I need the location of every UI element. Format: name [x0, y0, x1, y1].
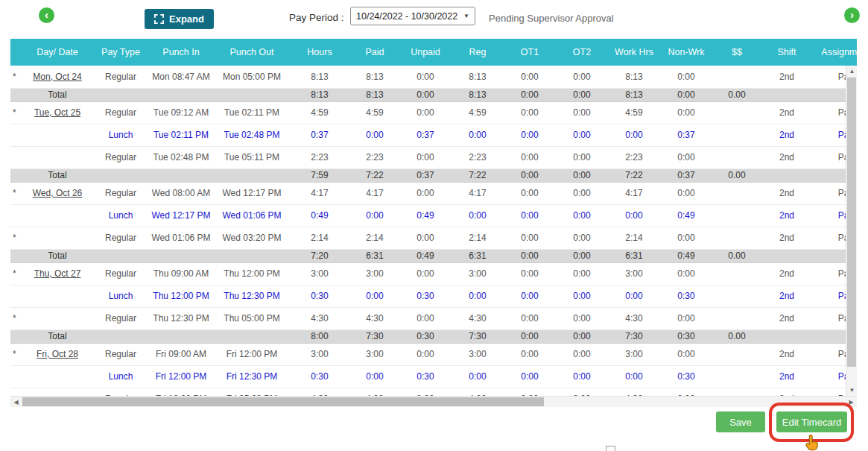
cell-reg: 8:13 — [452, 66, 504, 88]
next-period-button[interactable]: › — [844, 7, 860, 23]
cell-day — [21, 227, 94, 249]
column-header: $$ — [712, 39, 761, 66]
total-row: Total7:206:310:496:310:000:006:310:490.0… — [10, 249, 857, 262]
expand-label: Expand — [169, 13, 204, 25]
cell-star: * — [10, 182, 21, 204]
cell-star — [10, 365, 21, 388]
cell-paid: 4:17 — [350, 182, 399, 204]
cell-reg: 0:00 — [452, 365, 504, 388]
cell-paid: 2:14 — [350, 227, 399, 249]
cell-dollars — [712, 365, 761, 388]
cell-star — [10, 285, 21, 307]
cell-tin — [148, 329, 215, 343]
cell-ot1: 0:00 — [504, 343, 556, 365]
cell-nonwrk: 0:00 — [660, 146, 712, 168]
table-row: *RegularThu 12:30 PMThu 05:00 PM4:304:30… — [10, 307, 857, 329]
cell-dollars — [712, 262, 761, 285]
cell-hours: 8:13 — [289, 66, 350, 88]
cell-tout: Thu 12:30 PM — [215, 285, 289, 307]
partial-checkbox[interactable] — [606, 446, 615, 451]
cell-ot2: 0:00 — [556, 365, 608, 388]
cell-unpaid: 0:00 — [399, 146, 452, 168]
cell-star — [10, 249, 21, 262]
cell-tout: Thu 05:00 PM — [215, 307, 289, 329]
cell-star: * — [10, 227, 21, 249]
cell-dollars — [712, 101, 761, 124]
cell-tout: Fri 12:30 PM — [215, 365, 289, 388]
cell-ot1: 0:00 — [504, 262, 556, 285]
vertical-scrollbar[interactable]: ▲ ▼ — [846, 66, 857, 396]
cell-tin: Wed 12:17 PM — [148, 204, 215, 227]
horizontal-scrollbar[interactable]: ◀ ▶ — [10, 396, 857, 407]
cell-work: 0:00 — [608, 365, 660, 388]
day-date-link[interactable]: Mon, Oct 24 — [33, 72, 81, 82]
cell-tin: Fri 12:00 PM — [148, 365, 215, 388]
cell-tin: Tue 02:48 PM — [148, 146, 215, 168]
cell-day: Tue, Oct 25 — [21, 101, 94, 124]
cell-tin: Wed 08:00 AM — [148, 182, 215, 204]
cell-tout: Tue 02:11 PM — [215, 101, 289, 124]
cell-shift: 2nd — [761, 227, 812, 249]
cell-hours: 8:13 — [289, 88, 350, 101]
day-date-link[interactable]: Wed, Oct 26 — [33, 188, 82, 198]
cell-ot1: 0:00 — [504, 285, 556, 307]
cell-star — [10, 168, 21, 182]
column-header: Punch Out — [215, 39, 289, 66]
pay-period-dropdown[interactable]: 10/24/2022 - 10/30/2022 ▼ — [350, 7, 475, 25]
cell-work: 2:23 — [608, 146, 660, 168]
cell-nonwrk: 0:30 — [660, 365, 712, 388]
cell-paid: 7:30 — [350, 329, 399, 343]
edit-timecard-button[interactable]: Edit Timecard — [776, 411, 847, 432]
day-date-link[interactable]: Fri, Oct 28 — [37, 349, 78, 359]
expand-button[interactable]: Expand — [145, 9, 214, 29]
horizontal-scrollbar-thumb[interactable] — [22, 397, 544, 406]
cell-ot2: 0:00 — [556, 124, 608, 146]
cell-work: 4:17 — [608, 182, 660, 204]
cell-shift: 2nd — [761, 66, 812, 88]
cell-unpaid: 0:37 — [399, 124, 452, 146]
cell-ot2: 0:00 — [556, 182, 608, 204]
column-header: OT2 — [556, 39, 608, 66]
cell-paid: 2:23 — [350, 146, 399, 168]
vertical-scrollbar-thumb[interactable] — [847, 78, 856, 367]
column-header: Hours — [289, 39, 350, 66]
chevron-left-icon: ‹ — [45, 9, 48, 20]
cell-reg: 0:00 — [452, 285, 504, 307]
previous-period-button[interactable]: ‹ — [39, 7, 54, 23]
cell-unpaid: 0:00 — [399, 307, 452, 329]
cell-dollars: 0.00 — [712, 329, 761, 343]
cell-tout: Wed 03:20 PM — [215, 227, 289, 249]
cell-tin: Thu 12:00 PM — [148, 285, 215, 307]
scroll-right-icon[interactable]: ▶ — [846, 397, 857, 407]
cell-dollars — [712, 227, 761, 249]
cell-ot2: 0:00 — [556, 343, 608, 365]
cell-nonwrk: 0:00 — [660, 227, 712, 249]
scroll-up-icon[interactable]: ▲ — [846, 66, 857, 77]
chevron-down-icon: ▼ — [463, 13, 469, 19]
cell-nonwrk: 0:00 — [660, 343, 712, 365]
cell-nonwrk: 0:00 — [660, 88, 712, 101]
cell-shift: 2nd — [761, 285, 812, 307]
cell-shift — [761, 168, 812, 182]
cell-reg: 6:31 — [452, 249, 504, 262]
cell-nonwrk: 0:49 — [660, 204, 712, 227]
cell-paid: 3:00 — [350, 343, 399, 365]
cell-type: Lunch — [94, 204, 148, 227]
scroll-left-icon[interactable]: ◀ — [10, 397, 22, 407]
cell-dollars — [712, 307, 761, 329]
lunch-row: LunchThu 12:00 PMThu 12:30 PM0:300:000:3… — [10, 285, 857, 307]
scroll-down-icon[interactable]: ▼ — [846, 385, 857, 396]
save-button[interactable]: Save — [716, 411, 765, 432]
cell-dollars — [712, 124, 761, 146]
cell-tout: Fri 12:00 PM — [215, 343, 289, 365]
total-row: Total8:007:300:307:300:000:007:300:300.0… — [10, 329, 857, 343]
day-date-link[interactable]: Tue, Oct 25 — [34, 107, 80, 118]
day-date-link[interactable]: Thu, Oct 27 — [34, 268, 81, 279]
cell-tout: Wed 12:17 PM — [215, 182, 289, 204]
cell-dollars — [712, 146, 761, 168]
pay-period-label: Pay Period : — [289, 12, 344, 23]
cell-day: Thu, Oct 27 — [21, 262, 94, 285]
cell-paid: 4:30 — [350, 307, 399, 329]
cell-hours: 7:59 — [289, 168, 350, 182]
cell-reg: 3:00 — [452, 262, 504, 285]
